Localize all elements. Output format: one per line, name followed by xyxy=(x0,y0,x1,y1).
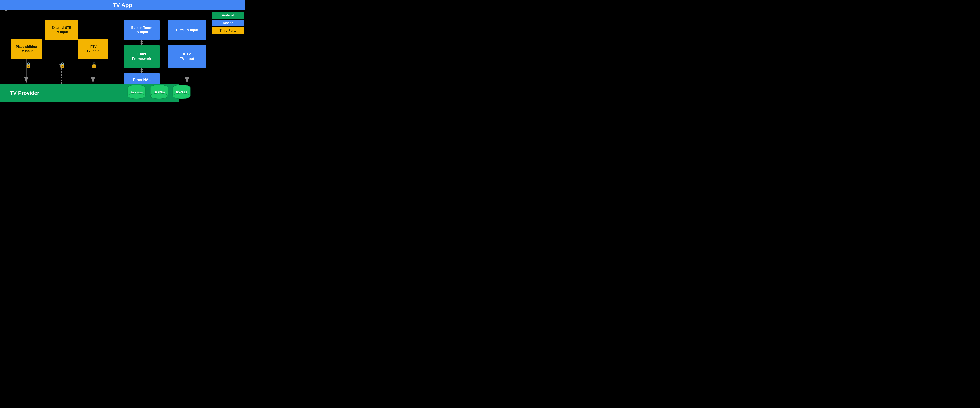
legend: Android Device Third Party xyxy=(212,12,244,34)
lock-icon-1: 🔒 xyxy=(25,62,32,68)
recordings-db: Recordings xyxy=(127,84,146,101)
left-vertical-arrow xyxy=(6,10,6,84)
lock-icon-3: 🔒 xyxy=(91,62,97,68)
svg-text:Programs: Programs xyxy=(153,91,165,93)
tuner-framework-box: TunerFramework xyxy=(124,45,160,68)
legend-android: Android xyxy=(212,12,244,19)
svg-marker-27 xyxy=(140,43,143,45)
external-stb-box: External STBTV Input xyxy=(45,20,78,40)
legend-thirdparty: Third Party xyxy=(212,27,244,34)
tv-app-header: TV App xyxy=(0,0,245,10)
legend-device: Device xyxy=(212,19,244,26)
iptv-left-box: IPTVTV Input xyxy=(78,39,108,59)
svg-marker-30 xyxy=(140,71,143,73)
tv-provider-title: TV Provider xyxy=(10,90,39,96)
iptv-right-box: IPTVTV Input xyxy=(168,45,206,68)
svg-marker-31 xyxy=(140,68,143,70)
lock-icon-2: 🔒 xyxy=(59,62,65,68)
tv-app-title: TV App xyxy=(113,2,132,8)
place-shifting-box: Place-shiftingTV Input xyxy=(11,39,42,59)
svg-marker-28 xyxy=(140,40,143,42)
built-in-tuner-box: Built-in-TunerTV Input xyxy=(124,20,160,40)
svg-text:Channels: Channels xyxy=(176,91,187,93)
svg-text:Recordings: Recordings xyxy=(130,91,143,93)
svg-point-16 xyxy=(173,93,190,99)
programs-db: Programs xyxy=(150,84,169,101)
svg-point-4 xyxy=(128,93,145,99)
hdmi-tv-input-box: HDMI TV Input xyxy=(168,20,206,40)
channels-db: Channels xyxy=(172,84,191,101)
svg-point-10 xyxy=(150,93,168,99)
